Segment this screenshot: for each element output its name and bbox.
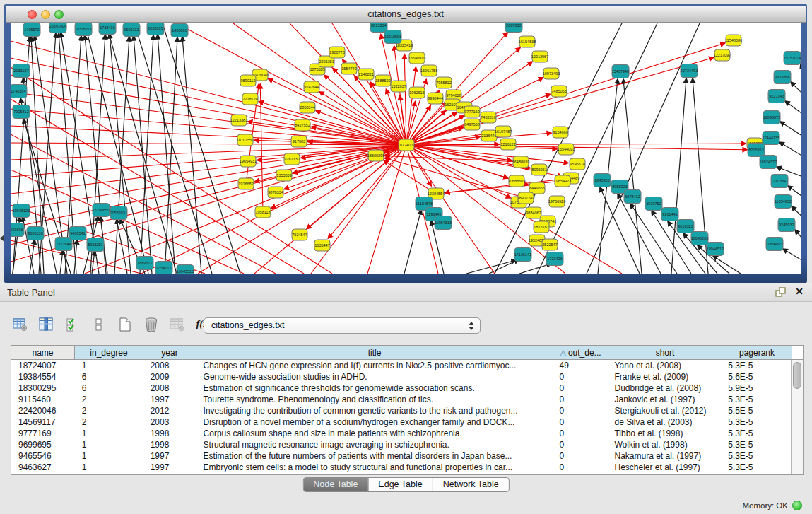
cell-out_degree[interactable]: 0 bbox=[553, 462, 608, 473]
citation-edge-black[interactable] bbox=[795, 230, 801, 243]
column-header-year[interactable]: year bbox=[143, 346, 196, 359]
cell-name[interactable]: 9777169 bbox=[11, 428, 75, 439]
cell-year[interactable]: 2012 bbox=[143, 405, 196, 416]
citation-edge-red[interactable] bbox=[406, 145, 747, 150]
table-row[interactable]: 1872400712008Changes of HCN gene express… bbox=[11, 360, 791, 371]
column-header-in_degree[interactable]: in_degree bbox=[75, 346, 143, 359]
network-canvas[interactable]: 1872400718300295193845542242004698901122… bbox=[11, 23, 801, 274]
cell-pagerank[interactable]: 5.3E-5 bbox=[721, 428, 791, 439]
table-row[interactable]: 946362711997Embryonic stem cells: a mode… bbox=[11, 462, 791, 473]
cell-title[interactable]: Corpus callosum shape and size in male p… bbox=[196, 428, 553, 439]
citation-edge-red[interactable] bbox=[260, 84, 263, 212]
table-source-select[interactable]: citations_edges.txt bbox=[204, 317, 481, 334]
cell-out_degree[interactable]: 0 bbox=[553, 428, 608, 439]
cell-year[interactable]: 2008 bbox=[143, 360, 196, 371]
citation-edge-black[interactable] bbox=[163, 23, 240, 274]
citation-edge-black[interactable] bbox=[60, 250, 63, 274]
unselect-all-icon[interactable] bbox=[91, 317, 107, 332]
cell-short[interactable]: de Silva et al. (2003) bbox=[607, 416, 721, 428]
cell-out_degree[interactable]: 0 bbox=[553, 450, 608, 462]
cell-year[interactable]: 2003 bbox=[143, 416, 196, 428]
cell-year[interactable]: 1998 bbox=[143, 428, 196, 439]
citation-edge-black[interactable] bbox=[785, 101, 801, 117]
cell-year[interactable]: 1997 bbox=[143, 462, 196, 473]
table-row[interactable]: 969969511998Structural magnetic resonanc… bbox=[11, 439, 791, 450]
cell-out_degree[interactable]: 49 bbox=[553, 360, 608, 371]
cell-title[interactable]: Embryonic stem cells: a model to study s… bbox=[196, 462, 553, 473]
cell-year[interactable]: 2008 bbox=[143, 382, 196, 394]
column-header-out_degree[interactable]: △out_de... bbox=[553, 346, 608, 359]
cell-name[interactable]: 14569117 bbox=[11, 416, 75, 428]
cell-short[interactable]: Dudbridge et al. (2008) bbox=[607, 382, 721, 394]
new-column-icon[interactable] bbox=[117, 317, 133, 332]
tab-node-table[interactable]: Node Table bbox=[303, 478, 367, 491]
cell-in_degree[interactable]: 2 bbox=[75, 416, 143, 428]
cell-in_degree[interactable]: 2 bbox=[75, 405, 143, 416]
cell-pagerank[interactable]: 5.3E-5 bbox=[721, 416, 791, 428]
citation-edge-black[interactable] bbox=[779, 142, 801, 158]
scrollbar-thumb[interactable] bbox=[793, 362, 801, 389]
citation-edge-black[interactable] bbox=[134, 23, 212, 274]
table-vertical-scrollbar[interactable] bbox=[791, 360, 803, 474]
cell-title[interactable]: Investigating the contribution of common… bbox=[196, 405, 553, 416]
cell-pagerank[interactable]: 5.3E-5 bbox=[721, 360, 791, 371]
float-window-icon[interactable] bbox=[775, 286, 787, 298]
show-column-icon[interactable] bbox=[39, 317, 54, 332]
tab-edge-table[interactable]: Edge Table bbox=[367, 478, 432, 491]
table-row[interactable]: 911546021997Tourette syndrome. Phenomeno… bbox=[11, 394, 791, 405]
column-header-short[interactable]: short bbox=[608, 346, 722, 359]
cell-title[interactable]: Tourette syndrome. Phenomenology and cla… bbox=[196, 394, 553, 405]
cell-name[interactable]: 18300295 bbox=[11, 382, 75, 394]
table-row[interactable]: 977716911998Corpus callosum shape and si… bbox=[11, 428, 791, 439]
cell-in_degree[interactable]: 1 bbox=[75, 439, 143, 450]
cell-name[interactable]: 9465546 bbox=[11, 450, 75, 462]
citation-edge-black[interactable] bbox=[182, 37, 201, 274]
cell-year[interactable]: 1997 bbox=[143, 450, 196, 462]
cell-short[interactable]: Jankovic et al. (1997) bbox=[607, 394, 721, 405]
table-settings-icon[interactable] bbox=[13, 317, 28, 332]
cell-pagerank[interactable]: 5.6E-5 bbox=[721, 371, 791, 382]
cell-in_degree[interactable]: 2 bbox=[75, 394, 143, 405]
cell-year[interactable]: 1998 bbox=[143, 439, 196, 450]
citation-edge-black[interactable] bbox=[404, 210, 421, 274]
citation-edge-black[interactable] bbox=[780, 122, 801, 139]
table-row[interactable]: 1830029562008Estimation of significance … bbox=[11, 382, 791, 394]
cell-in_degree[interactable]: 6 bbox=[75, 382, 143, 394]
cell-name[interactable]: 9699695 bbox=[11, 439, 75, 450]
cell-name[interactable]: 9115460 bbox=[11, 394, 75, 405]
cell-title[interactable]: Changes of HCN gene expression and I(f) … bbox=[196, 360, 553, 371]
cell-in_degree[interactable]: 6 bbox=[75, 371, 143, 382]
cell-short[interactable]: Tibbo et al. (1998) bbox=[607, 428, 721, 439]
cell-pagerank[interactable]: 5.3E-5 bbox=[721, 450, 791, 462]
cell-out_degree[interactable]: 0 bbox=[553, 371, 608, 382]
network-window-titlebar[interactable]: citations_edges.txt bbox=[6, 6, 806, 23]
citation-edge-black[interactable] bbox=[783, 249, 801, 263]
citation-edge-black[interactable] bbox=[466, 260, 516, 274]
select-all-checks-icon[interactable] bbox=[65, 317, 81, 332]
cell-pagerank[interactable]: 5.3E-5 bbox=[721, 394, 791, 405]
cell-short[interactable]: Franke et al. (2009) bbox=[607, 371, 721, 382]
cell-name[interactable]: 19384554 bbox=[11, 371, 75, 382]
column-header-title[interactable]: title bbox=[196, 346, 553, 359]
cell-pagerank[interactable]: 5.3E-5 bbox=[721, 439, 791, 450]
cell-title[interactable]: Disruption of a novel member of a sodium… bbox=[196, 416, 553, 428]
column-header-pagerank[interactable]: pagerank bbox=[722, 346, 792, 359]
citation-edge-red[interactable] bbox=[367, 145, 406, 274]
cell-short[interactable]: Wolkin et al. (1998) bbox=[607, 439, 721, 450]
citation-edge-red[interactable] bbox=[406, 145, 508, 178]
cell-name[interactable]: 18724007 bbox=[11, 360, 75, 371]
cell-pagerank[interactable]: 5.9E-5 bbox=[721, 382, 791, 394]
delete-column-trash-icon[interactable] bbox=[143, 317, 159, 332]
cell-title[interactable]: Estimation of the future numbers of pati… bbox=[196, 450, 553, 462]
cell-in_degree[interactable]: 1 bbox=[75, 462, 143, 473]
cell-in_degree[interactable]: 1 bbox=[75, 360, 143, 371]
table-row[interactable]: 946554611997Estimation of the future num… bbox=[11, 450, 791, 462]
cell-title[interactable]: Structural magnetic resonance image aver… bbox=[196, 439, 553, 450]
cell-in_degree[interactable]: 1 bbox=[75, 450, 143, 462]
cell-short[interactable]: Hescheler et al. (1997) bbox=[607, 462, 721, 473]
cell-title[interactable]: Estimation of significance thresholds fo… bbox=[196, 382, 553, 394]
cell-out_degree[interactable]: 0 bbox=[553, 394, 608, 405]
table-row[interactable]: 1456911722003Disruption of a novel membe… bbox=[11, 416, 791, 428]
citation-edge-red[interactable] bbox=[11, 92, 406, 145]
cell-short[interactable]: Nakamura et al. (1997) bbox=[607, 450, 721, 462]
